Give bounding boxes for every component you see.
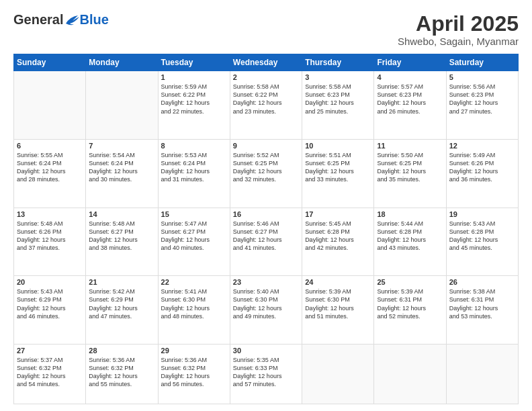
day-number: 24	[305, 278, 371, 286]
day-number: 6	[17, 142, 83, 150]
cell-content: Sunrise: 5:35 AM Sunset: 6:33 PM Dayligh…	[233, 356, 299, 389]
calendar-cell	[86, 71, 158, 140]
day-number: 3	[305, 73, 371, 81]
calendar-week-row: 20Sunrise: 5:43 AM Sunset: 6:29 PM Dayli…	[14, 276, 519, 345]
cell-content: Sunrise: 5:39 AM Sunset: 6:30 PM Dayligh…	[305, 287, 371, 320]
cell-content: Sunrise: 5:59 AM Sunset: 6:22 PM Dayligh…	[161, 83, 227, 116]
cell-content: Sunrise: 5:50 AM Sunset: 6:25 PM Dayligh…	[377, 151, 443, 184]
logo-blue-text: Blue	[79, 12, 108, 28]
day-number: 5	[449, 73, 515, 81]
main-title: April 2025	[398, 12, 519, 36]
calendar-week-row: 27Sunrise: 5:37 AM Sunset: 6:32 PM Dayli…	[14, 345, 519, 404]
cell-content: Sunrise: 5:58 AM Sunset: 6:23 PM Dayligh…	[305, 83, 371, 116]
calendar-cell: 4Sunrise: 5:57 AM Sunset: 6:23 PM Daylig…	[374, 71, 446, 140]
logo: General Blue	[13, 12, 109, 28]
cell-content: Sunrise: 5:36 AM Sunset: 6:32 PM Dayligh…	[161, 356, 227, 389]
day-number: 2	[233, 73, 299, 81]
cell-content: Sunrise: 5:55 AM Sunset: 6:24 PM Dayligh…	[17, 151, 83, 184]
calendar-cell: 11Sunrise: 5:50 AM Sunset: 6:25 PM Dayli…	[374, 139, 446, 208]
calendar-week-row: 1Sunrise: 5:59 AM Sunset: 6:22 PM Daylig…	[14, 71, 519, 140]
day-number: 10	[305, 142, 371, 150]
day-number: 1	[161, 73, 227, 81]
calendar-cell: 7Sunrise: 5:54 AM Sunset: 6:24 PM Daylig…	[86, 139, 158, 208]
calendar-cell: 22Sunrise: 5:41 AM Sunset: 6:30 PM Dayli…	[158, 276, 230, 345]
cell-content: Sunrise: 5:51 AM Sunset: 6:25 PM Dayligh…	[305, 151, 371, 184]
calendar-header-row: SundayMondayTuesdayWednesdayThursdayFrid…	[14, 54, 519, 71]
day-number: 18	[377, 210, 443, 218]
calendar-cell: 25Sunrise: 5:39 AM Sunset: 6:31 PM Dayli…	[374, 276, 446, 345]
calendar-cell: 28Sunrise: 5:36 AM Sunset: 6:32 PM Dayli…	[86, 345, 158, 404]
day-number: 15	[161, 210, 227, 218]
calendar-day-header: Tuesday	[158, 54, 230, 71]
day-number: 8	[161, 142, 227, 150]
day-number: 25	[377, 278, 443, 286]
calendar-cell: 27Sunrise: 5:37 AM Sunset: 6:32 PM Dayli…	[14, 345, 86, 404]
cell-content: Sunrise: 5:44 AM Sunset: 6:28 PM Dayligh…	[377, 220, 443, 253]
cell-content: Sunrise: 5:37 AM Sunset: 6:32 PM Dayligh…	[17, 356, 83, 389]
cell-content: Sunrise: 5:52 AM Sunset: 6:25 PM Dayligh…	[233, 151, 299, 184]
day-number: 16	[233, 210, 299, 218]
calendar-cell: 2Sunrise: 5:58 AM Sunset: 6:22 PM Daylig…	[230, 71, 302, 140]
cell-content: Sunrise: 5:47 AM Sunset: 6:27 PM Dayligh…	[161, 220, 227, 253]
calendar-cell: 30Sunrise: 5:35 AM Sunset: 6:33 PM Dayli…	[230, 345, 302, 404]
calendar-cell	[302, 345, 374, 404]
calendar-cell	[374, 345, 446, 404]
cell-content: Sunrise: 5:38 AM Sunset: 6:31 PM Dayligh…	[449, 287, 515, 320]
cell-content: Sunrise: 5:56 AM Sunset: 6:23 PM Dayligh…	[449, 83, 515, 116]
calendar-table: SundayMondayTuesdayWednesdayThursdayFrid…	[13, 54, 519, 404]
day-number: 20	[17, 278, 83, 286]
day-number: 11	[377, 142, 443, 150]
day-number: 22	[161, 278, 227, 286]
header: General Blue April 2025 Shwebo, Sagain, …	[13, 12, 519, 47]
day-number: 12	[449, 142, 515, 150]
cell-content: Sunrise: 5:54 AM Sunset: 6:24 PM Dayligh…	[89, 151, 154, 184]
calendar-day-header: Monday	[86, 54, 158, 71]
title-block: April 2025 Shwebo, Sagain, Myanmar	[398, 12, 519, 47]
day-number: 7	[89, 142, 154, 150]
calendar-week-row: 6Sunrise: 5:55 AM Sunset: 6:24 PM Daylig…	[14, 139, 519, 208]
page: General Blue April 2025 Shwebo, Sagain, …	[0, 0, 532, 411]
calendar-cell: 3Sunrise: 5:58 AM Sunset: 6:23 PM Daylig…	[302, 71, 374, 140]
cell-content: Sunrise: 5:48 AM Sunset: 6:26 PM Dayligh…	[17, 220, 83, 253]
day-number: 21	[89, 278, 154, 286]
logo-bird-icon	[64, 14, 79, 26]
calendar-cell: 24Sunrise: 5:39 AM Sunset: 6:30 PM Dayli…	[302, 276, 374, 345]
day-number: 19	[449, 210, 515, 218]
cell-content: Sunrise: 5:53 AM Sunset: 6:24 PM Dayligh…	[161, 151, 227, 184]
calendar-day-header: Saturday	[446, 54, 518, 71]
calendar-day-header: Thursday	[302, 54, 374, 71]
cell-content: Sunrise: 5:43 AM Sunset: 6:28 PM Dayligh…	[449, 220, 515, 253]
calendar-cell: 15Sunrise: 5:47 AM Sunset: 6:27 PM Dayli…	[158, 208, 230, 276]
calendar-cell: 21Sunrise: 5:42 AM Sunset: 6:29 PM Dayli…	[86, 276, 158, 345]
day-number: 17	[305, 210, 371, 218]
calendar-cell: 12Sunrise: 5:49 AM Sunset: 6:26 PM Dayli…	[446, 139, 518, 208]
calendar-cell: 26Sunrise: 5:38 AM Sunset: 6:31 PM Dayli…	[446, 276, 518, 345]
calendar-cell: 13Sunrise: 5:48 AM Sunset: 6:26 PM Dayli…	[14, 208, 86, 276]
day-number: 28	[89, 347, 154, 355]
cell-content: Sunrise: 5:57 AM Sunset: 6:23 PM Dayligh…	[377, 83, 443, 116]
calendar-cell: 5Sunrise: 5:56 AM Sunset: 6:23 PM Daylig…	[446, 71, 518, 140]
calendar-cell: 16Sunrise: 5:46 AM Sunset: 6:27 PM Dayli…	[230, 208, 302, 276]
cell-content: Sunrise: 5:39 AM Sunset: 6:31 PM Dayligh…	[377, 287, 443, 320]
calendar-cell: 17Sunrise: 5:45 AM Sunset: 6:28 PM Dayli…	[302, 208, 374, 276]
calendar-cell: 8Sunrise: 5:53 AM Sunset: 6:24 PM Daylig…	[158, 139, 230, 208]
calendar-cell: 18Sunrise: 5:44 AM Sunset: 6:28 PM Dayli…	[374, 208, 446, 276]
calendar-cell: 6Sunrise: 5:55 AM Sunset: 6:24 PM Daylig…	[14, 139, 86, 208]
calendar-day-header: Wednesday	[230, 54, 302, 71]
sub-title: Shwebo, Sagain, Myanmar	[398, 36, 519, 47]
calendar-cell: 29Sunrise: 5:36 AM Sunset: 6:32 PM Dayli…	[158, 345, 230, 404]
day-number: 9	[233, 142, 299, 150]
calendar-cell: 19Sunrise: 5:43 AM Sunset: 6:28 PM Dayli…	[446, 208, 518, 276]
day-number: 30	[233, 347, 299, 355]
cell-content: Sunrise: 5:58 AM Sunset: 6:22 PM Dayligh…	[233, 83, 299, 116]
calendar-cell: 14Sunrise: 5:48 AM Sunset: 6:27 PM Dayli…	[86, 208, 158, 276]
cell-content: Sunrise: 5:46 AM Sunset: 6:27 PM Dayligh…	[233, 220, 299, 253]
calendar-day-header: Sunday	[14, 54, 86, 71]
day-number: 29	[161, 347, 227, 355]
calendar-cell: 20Sunrise: 5:43 AM Sunset: 6:29 PM Dayli…	[14, 276, 86, 345]
cell-content: Sunrise: 5:45 AM Sunset: 6:28 PM Dayligh…	[305, 220, 371, 253]
cell-content: Sunrise: 5:36 AM Sunset: 6:32 PM Dayligh…	[89, 356, 154, 389]
calendar-cell: 10Sunrise: 5:51 AM Sunset: 6:25 PM Dayli…	[302, 139, 374, 208]
day-number: 23	[233, 278, 299, 286]
cell-content: Sunrise: 5:40 AM Sunset: 6:30 PM Dayligh…	[233, 287, 299, 320]
